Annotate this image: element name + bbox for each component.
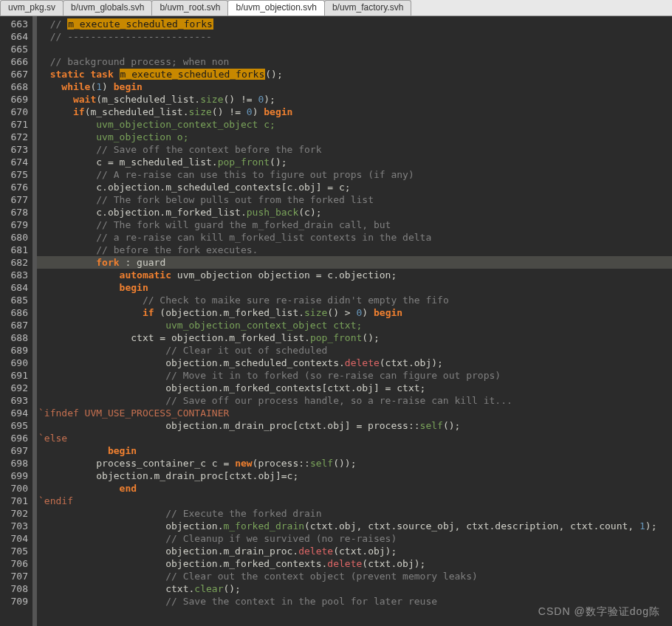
line-number: 702 [0,507,28,520]
code-line[interactable]: objection.m_forked_contexts[ctxt.obj] = … [37,382,672,394]
code-line[interactable]: static task m_execute_scheduled_forks(); [37,68,672,80]
line-number: 667 [0,68,28,80]
line-number: 674 [0,156,28,168]
code-editor[interactable]: 6636646656666676686696706716726736746756… [0,16,672,626]
line-number: 685 [0,294,28,306]
line-number: 707 [0,570,28,582]
tab-3[interactable]: b/uvm_objection.svh [227,0,324,16]
code-line[interactable]: uvm_objection_context_object ctxt; [37,319,672,331]
line-number: 688 [0,331,28,344]
line-number: 697 [0,444,28,457]
code-line[interactable]: c.objection.m_forked_list.push_back(c); [37,206,672,219]
code-line[interactable]: // Save off the context before the fork [37,143,672,156]
tab-2[interactable]: b/uvm_root.svh [151,0,228,16]
code-line[interactable]: ctxt = objection.m_forked_list.pop_front… [37,331,672,344]
line-number: 665 [0,43,28,55]
line-number: 692 [0,382,28,394]
line-number: 678 [0,206,28,219]
code-line[interactable]: objection.m_forked_drain(ctxt.obj, ctxt.… [37,520,672,532]
line-number: 681 [0,244,28,256]
line-number: 684 [0,281,28,294]
code-line[interactable]: // Save off our process handle, so a re-… [37,394,672,407]
code-line[interactable]: uvm_objection o; [37,131,672,143]
code-line[interactable]: // before the fork executes. [37,244,672,256]
line-number: 698 [0,457,28,470]
watermark: CSDN @数字验证dog陈 [538,605,660,619]
line-number: 669 [0,93,28,106]
tab-bar: uvm_pkg.svb/uvm_globals.svhb/uvm_root.sv… [0,0,672,16]
code-line[interactable]: // a re-raise can kill m_forked_list con… [37,231,672,244]
code-line[interactable]: // The fork will guard the m_forked_drai… [37,219,672,231]
line-number: 673 [0,143,28,156]
line-number: 668 [0,80,28,93]
line-number: 670 [0,106,28,118]
code-line[interactable]: begin [37,281,672,294]
line-number: 686 [0,306,28,319]
line-number: 709 [0,595,28,608]
code-line[interactable]: automatic uvm_objection objection = c.ob… [37,269,672,281]
code-line[interactable]: // Clear out the context object (prevent… [37,570,672,582]
code-line[interactable]: // The fork below pulls out from the for… [37,193,672,206]
line-number: 695 [0,419,28,432]
line-number: 705 [0,545,28,557]
line-number: 680 [0,231,28,244]
line-number: 694 [0,407,28,419]
line-number: 679 [0,219,28,231]
line-number: 693 [0,394,28,407]
line-number: 687 [0,319,28,331]
line-number: 666 [0,55,28,68]
code-line[interactable]: objection.m_drain_proc[ctxt.obj] = proce… [37,419,672,432]
code-line[interactable]: // ------------------------- [37,30,672,43]
code-line[interactable]: `endif [37,495,672,507]
code-line[interactable]: objection.m_forked_contexts.delete(ctxt.… [37,557,672,570]
line-number: 683 [0,269,28,281]
code-line[interactable]: `else [37,432,672,444]
code-line[interactable]: uvm_objection_context_object c; [37,118,672,131]
code-line[interactable]: c = m_scheduled_list.pop_front(); [37,156,672,168]
code-line[interactable]: // Cleanup if we survived (no re-raises) [37,532,672,545]
line-number: 704 [0,532,28,545]
code-line[interactable]: // Check to maike sure re-raise didn't e… [37,294,672,306]
code-line[interactable]: objection.m_drain_proc[ctxt.obj]=c; [37,470,672,482]
line-number: 699 [0,470,28,482]
line-number: 676 [0,181,28,193]
tab-0[interactable]: uvm_pkg.sv [0,0,64,16]
code-line[interactable]: c.objection.m_scheduled_contexts[c.obj] … [37,181,672,193]
tab-1[interactable]: b/uvm_globals.svh [63,0,152,16]
line-number: 682 [0,256,28,269]
code-line[interactable]: // A re-raise can use this to figure out… [37,168,672,181]
line-number: 691 [0,369,28,382]
line-number: 700 [0,482,28,495]
line-number: 696 [0,432,28,444]
code-line[interactable]: // background process; when non [37,55,672,68]
code-line[interactable]: objection.m_drain_proc.delete(ctxt.obj); [37,545,672,557]
code-line[interactable]: `ifndef UVM_USE_PROCESS_CONTAINER [37,407,672,419]
code-line[interactable]: // Execute the forked drain [37,507,672,520]
line-number: 675 [0,168,28,181]
line-number-gutter: 6636646656666676686696706716726736746756… [0,16,32,626]
code-line[interactable]: if (objection.m_forked_list.size() > 0) … [37,306,672,319]
code-line[interactable] [37,43,672,55]
line-number: 664 [0,30,28,43]
code-line[interactable]: fork : guard [37,256,672,269]
code-line[interactable]: begin [37,444,672,457]
code-line[interactable]: if(m_scheduled_list.size() != 0) begin [37,106,672,118]
code-line[interactable]: // Clear it out of scheduled [37,344,672,357]
code-line[interactable]: wait(m_scheduled_list.size() != 0); [37,93,672,106]
code-line[interactable]: // m_execute_scheduled_forks [37,18,672,30]
code-line[interactable]: while(1) begin [37,80,672,93]
line-number: 677 [0,193,28,206]
line-number: 672 [0,131,28,143]
tab-4[interactable]: b/uvm_factory.svh [324,0,411,16]
code-line[interactable]: ctxt.clear(); [37,582,672,595]
code-line[interactable]: objection.m_scheduled_contexts.delete(ct… [37,357,672,369]
code-line[interactable]: end [37,482,672,495]
code-area[interactable]: // m_execute_scheduled_forks // --------… [37,16,672,626]
line-number: 690 [0,357,28,369]
line-number: 689 [0,344,28,357]
line-number: 703 [0,520,28,532]
code-line[interactable]: // Move it in to forked (so re-raise can… [37,369,672,382]
line-number: 708 [0,582,28,595]
code-line[interactable]: process_container_c c = new(process::sel… [37,457,672,470]
line-number: 706 [0,557,28,570]
